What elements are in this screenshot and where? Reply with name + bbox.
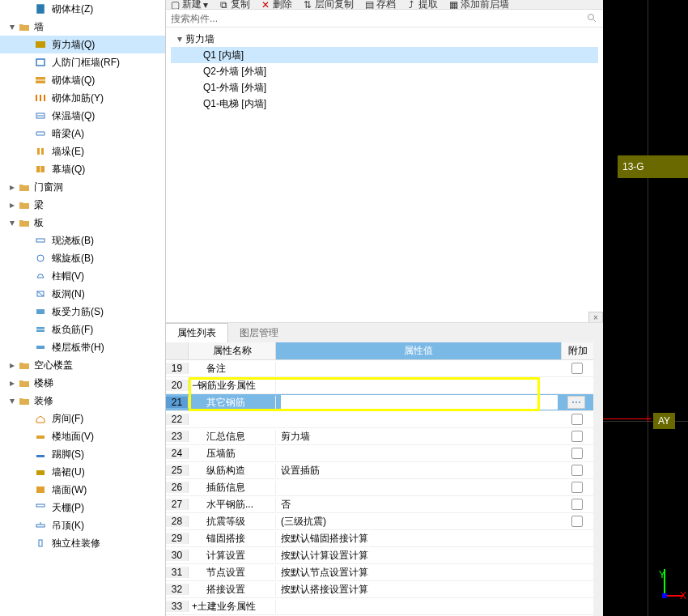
tree-item-reinforced-masonry[interactable]: 砌体加筋(Y) [0, 89, 165, 107]
vertical-scrollbar[interactable] [593, 342, 603, 616]
additional-checkbox[interactable] [571, 363, 583, 374]
tree-item-independent-column-deco[interactable]: 独立柱装修 [0, 534, 165, 552]
row-number: 30 [166, 550, 189, 561]
component-item-q1-inner[interactable]: Q1 [内墙] [171, 47, 598, 63]
property-value-cell[interactable]: 设置插筋 [276, 464, 561, 478]
property-row[interactable]: 24压墙筋 [166, 445, 593, 462]
property-row[interactable]: 19备注 [166, 360, 593, 377]
collapse-icon[interactable]: ▾ [6, 395, 18, 406]
property-value-cell[interactable]: 按默认节点设置计算 [276, 566, 561, 580]
property-row[interactable]: 29锚固搭接按默认锚固搭接计算 [166, 530, 593, 547]
search-input[interactable] [171, 13, 587, 24]
ucs-origin [662, 593, 667, 598]
tree-item-negative-rebar[interactable]: 板负筋(F) [0, 321, 165, 338]
additional-checkbox[interactable] [571, 516, 583, 527]
property-value-cell[interactable]: (三级抗震) [276, 515, 561, 529]
tree-item-floor-strip[interactable]: 楼层板带(H) [0, 338, 165, 356]
save-button[interactable]: ▤存档 [363, 0, 396, 10]
tab-property-list[interactable]: 属性列表 [166, 323, 228, 342]
property-row[interactable]: 30计算设置按默认计算设置计算 [166, 547, 593, 564]
component-item-q2-outer[interactable]: Q2-外墙 [外墙] [171, 63, 598, 79]
tree-item-column-cap[interactable]: 柱帽(V) [0, 267, 165, 285]
layer-copy-button[interactable]: ⇅层间复制 [302, 0, 354, 10]
expand-icon[interactable]: ▸ [6, 377, 18, 389]
tree-item-civil-wall[interactable]: 人防门框墙(RF) [0, 53, 165, 71]
property-value-cell[interactable] [276, 395, 561, 410]
collapse-icon[interactable]: ▾ [6, 21, 18, 32]
property-row[interactable]: 20− 钢筋业务属性 [166, 377, 593, 394]
additional-checkbox[interactable] [571, 431, 583, 442]
tree-item-insulation-wall[interactable]: 保温墙(Q) [0, 107, 165, 125]
folder-icon [18, 199, 31, 210]
tree-item-wainscot[interactable]: 墙裙(U) [0, 463, 165, 481]
category-toggle-icon[interactable]: − [192, 380, 197, 391]
additional-checkbox[interactable] [571, 414, 583, 425]
expand-icon[interactable]: ▸ [6, 181, 18, 193]
component-item-q1-elevator[interactable]: Q1-电梯 [内墙] [171, 96, 598, 112]
property-row[interactable]: 26插筋信息 [166, 479, 593, 496]
tree-item-ceiling[interactable]: 天棚(P) [0, 499, 165, 516]
tree-item-curtain-wall[interactable]: 幕墙(Q) [0, 160, 165, 178]
category-toggle-icon[interactable]: + [192, 601, 197, 612]
tree-item-slab-hole[interactable]: 板洞(N) [0, 285, 165, 303]
tree-item-slab-rebar[interactable]: 板受力筋(S) [0, 303, 165, 321]
tree-item-room[interactable]: 房间(F) [0, 410, 165, 427]
component-item-q1-outer[interactable]: Q1-外墙 [外墙] [171, 79, 598, 96]
more-button[interactable]: ⋯ [567, 396, 585, 409]
expand-icon[interactable]: ▸ [6, 199, 18, 210]
property-row[interactable]: 22 [166, 411, 593, 428]
property-row[interactable]: 27水平钢筋...否 [166, 496, 593, 513]
tree-item-dark-beam[interactable]: 暗梁(A) [0, 125, 165, 142]
property-row[interactable]: 21其它钢筋⋯ [166, 394, 593, 411]
tree-item-floor-finish[interactable]: 楼地面(V) [0, 427, 165, 445]
tree-item-skirting[interactable]: 踢脚(S) [0, 445, 165, 463]
cad-viewport[interactable]: 13-G AY Y X [603, 0, 688, 616]
add-startup-button[interactable]: ▦添加前启墙 [448, 0, 509, 10]
property-value-input[interactable] [281, 395, 558, 410]
delete-button[interactable]: ✕删除 [260, 0, 292, 10]
collapse-icon[interactable]: ▾ [177, 33, 182, 45]
component-category-tree[interactable]: 砌体柱(Z) ▾ 墙 剪力墙(Q) 人防门框墙(RF) 砌体墙(Q) 砌体加筋(… [0, 0, 166, 616]
tree-item-shear-wall[interactable]: 剪力墙(Q) [0, 36, 165, 53]
new-button[interactable]: ▢新建 ▾ [169, 0, 208, 10]
additional-checkbox[interactable] [571, 499, 583, 510]
tree-item-spiral-slab[interactable]: 螺旋板(B) [0, 249, 165, 267]
property-row[interactable]: 32搭接设置按默认搭接设置计算 [166, 581, 593, 598]
tree-item-masonry-column[interactable]: 砌体柱(Z) [0, 0, 165, 18]
collapse-icon[interactable]: ▾ [6, 217, 18, 228]
property-value-cell[interactable]: 否 [276, 498, 561, 512]
additional-checkbox[interactable] [571, 448, 583, 459]
property-row[interactable]: 23汇总信息剪力墙 [166, 428, 593, 445]
property-table-body[interactable]: 19备注20− 钢筋业务属性21其它钢筋⋯2223汇总信息剪力墙24压墙筋25纵… [166, 360, 593, 616]
tree-item-wall-pier[interactable]: 墙垛(E) [0, 142, 165, 160]
property-row[interactable]: 25纵筋构造设置插筋 [166, 462, 593, 479]
tree-item-slab[interactable]: ▾ 板 [0, 214, 165, 232]
property-row[interactable]: 28抗震等级(三级抗震) [166, 513, 593, 530]
search-icon[interactable] [587, 13, 598, 24]
property-row[interactable]: 31节点设置按默认节点设置计算 [166, 564, 593, 581]
tree-item-wall-face[interactable]: 墙面(W) [0, 481, 165, 499]
property-row[interactable]: 33+ 土建业务属性 [166, 598, 593, 615]
tree-item-decoration[interactable]: ▾装修 [0, 392, 165, 410]
additional-checkbox[interactable] [571, 465, 583, 476]
tree-item-beam[interactable]: ▸ 梁 [0, 196, 165, 214]
tab-layer-management[interactable]: 图层管理 [228, 323, 290, 342]
copy-button[interactable]: ⧉复制 [218, 0, 250, 10]
panel-close-button[interactable]: × [588, 312, 603, 323]
component-group-shear-wall[interactable]: ▾剪力墙 [171, 31, 598, 47]
tree-item-door-window[interactable]: ▸ 门窗洞 [0, 178, 165, 196]
tree-item-hollow-floor[interactable]: ▸空心楼盖 [0, 356, 165, 374]
component-instance-tree[interactable]: ▾剪力墙 Q1 [内墙] Q2-外墙 [外墙] Q1-外墙 [外墙] Q1-电梯… [166, 28, 603, 323]
extract-button[interactable]: ⤴提取 [406, 0, 438, 10]
property-value-cell[interactable]: 按默认搭接设置计算 [276, 583, 561, 597]
property-value-cell[interactable]: 按默认锚固搭接计算 [276, 532, 561, 546]
tree-item-wall[interactable]: ▾ 墙 [0, 18, 165, 36]
tree-item-stair[interactable]: ▸楼梯 [0, 374, 165, 392]
property-value-cell[interactable]: 剪力墙 [276, 430, 561, 444]
tree-item-masonry-wall[interactable]: 砌体墙(Q) [0, 71, 165, 89]
additional-checkbox[interactable] [571, 482, 583, 493]
tree-item-cast-slab[interactable]: 现浇板(B) [0, 232, 165, 249]
tree-item-suspended-ceiling[interactable]: 吊顶(K) [0, 516, 165, 534]
expand-icon[interactable]: ▸ [6, 359, 18, 371]
property-value-cell[interactable]: 按默认计算设置计算 [276, 549, 561, 563]
